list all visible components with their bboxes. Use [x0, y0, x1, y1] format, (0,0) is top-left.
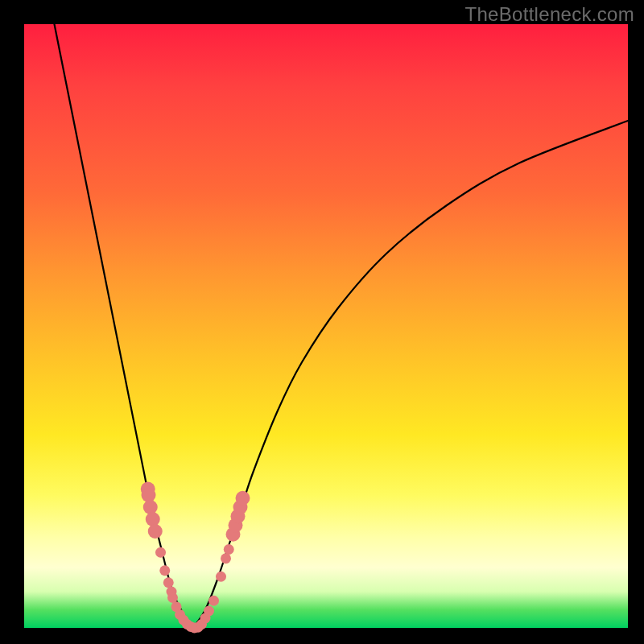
marker-dot: [159, 565, 170, 576]
marker-dot: [163, 577, 174, 588]
right-curve-line: [193, 121, 628, 628]
marker-dot: [167, 592, 178, 603]
marker-dot: [148, 524, 163, 539]
marker-dot: [155, 547, 166, 558]
marker-dot: [236, 491, 250, 506]
marker-dot: [224, 544, 234, 555]
chart-frame: TheBottleneck.com: [0, 0, 644, 644]
marker-dot: [216, 572, 226, 582]
chart-svg: [24, 24, 628, 628]
watermark-text: TheBottleneck.com: [464, 3, 634, 26]
left-curve-line: [55, 24, 194, 628]
marker-dot: [204, 606, 214, 617]
marker-dot: [221, 553, 231, 564]
marker-dot: [208, 596, 219, 606]
marker-dot: [146, 512, 160, 526]
marker-dot: [143, 500, 158, 514]
marker-group: [141, 482, 250, 634]
